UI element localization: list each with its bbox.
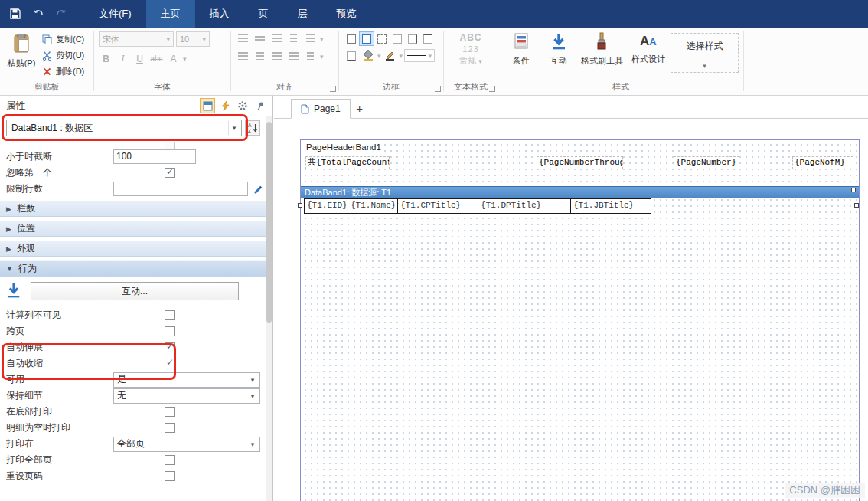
report-page[interactable]: PageHeaderBand1 共{TotalPageCountThro{Pag… <box>300 139 860 501</box>
menu-tab[interactable]: 主页 <box>146 0 195 28</box>
data-band-header[interactable]: DataBand1: 数据源: T1 <box>301 186 859 198</box>
property-select[interactable]: 全部页▾ <box>113 437 260 452</box>
border-outside-button[interactable] <box>359 31 374 46</box>
copy-button[interactable]: 复制(C) <box>41 32 84 46</box>
align-middle-button[interactable] <box>253 31 267 46</box>
property-checkbox[interactable] <box>165 455 175 465</box>
text-component[interactable]: {PageNumberThrough} <box>537 156 623 169</box>
style-designer-button[interactable]: AA 样式设计 <box>628 31 670 65</box>
scrollbar-thumb[interactable] <box>266 122 272 323</box>
data-cell[interactable]: {T1.CPTitle} <box>397 198 478 214</box>
selection-handle[interactable] <box>298 203 302 208</box>
text-component[interactable]: {PageNofM} <box>792 156 853 169</box>
dialog-launcher-icon[interactable] <box>330 86 336 92</box>
line-color-button[interactable] <box>383 48 398 63</box>
chevron-down-icon[interactable]: ▾ <box>400 52 403 60</box>
border-left-button[interactable] <box>390 31 405 46</box>
save-button[interactable] <box>5 3 26 25</box>
border-style-select[interactable]: ▾ <box>404 49 435 62</box>
chevron-down-icon[interactable]: ▾ <box>320 53 324 61</box>
selection-handle[interactable] <box>851 188 856 192</box>
property-section[interactable]: ▼行为 <box>0 260 272 277</box>
props-scrollbar[interactable] <box>266 116 272 501</box>
format-painter-button[interactable]: 格式刷工具 <box>578 31 625 67</box>
chevron-down-icon[interactable]: ▾ <box>377 52 381 60</box>
text-component[interactable]: 共{TotalPageCountThro <box>305 156 390 169</box>
dialog-launcher-icon[interactable] <box>435 86 441 92</box>
border-all-button[interactable] <box>344 31 359 46</box>
text-component[interactable]: {PageNumber} <box>674 156 739 169</box>
underline-button[interactable]: U <box>132 51 147 66</box>
pencil-icon[interactable] <box>253 184 263 194</box>
selection-handle[interactable] <box>854 203 859 208</box>
property-section[interactable]: ▶栏数 <box>0 201 272 217</box>
property-select[interactable]: 无▾ <box>113 388 260 404</box>
property-section[interactable]: ▶外观 <box>0 241 272 257</box>
pin-button[interactable] <box>253 98 268 113</box>
font-size-select[interactable]: 10▾ <box>176 31 210 47</box>
align-right-button[interactable] <box>269 49 284 64</box>
interaction-button[interactable]: 互动... <box>31 282 239 300</box>
menu-tab[interactable]: 页 <box>244 0 283 28</box>
sort-az-button[interactable]: AZ <box>245 120 260 136</box>
align-justify-button[interactable] <box>286 49 301 64</box>
property-input[interactable] <box>113 182 248 196</box>
italic-button[interactable]: I <box>116 51 130 66</box>
border-right-button[interactable] <box>405 31 420 46</box>
settings-button[interactable] <box>235 98 250 113</box>
strikethrough-button[interactable]: abc <box>149 51 164 66</box>
paste-button[interactable]: 粘贴(P) <box>5 31 38 69</box>
events-button[interactable] <box>217 98 233 113</box>
condition-button[interactable]: 条件 <box>503 31 539 67</box>
menu-tab[interactable]: 预览 <box>322 0 371 28</box>
chevron-down-icon[interactable]: ▾ <box>320 35 324 43</box>
border-none-button[interactable] <box>374 31 390 46</box>
text-format-button[interactable]: ABC 123 常规▾ <box>449 31 493 67</box>
font-color-button[interactable]: A <box>166 51 181 66</box>
fill-color-button[interactable] <box>361 48 376 63</box>
data-cell[interactable]: {T1.EID} <box>304 198 348 214</box>
data-cell[interactable]: {T1.Name} <box>348 198 398 214</box>
new-page-button[interactable]: + <box>351 98 369 118</box>
align-top-button[interactable] <box>236 31 250 46</box>
property-section[interactable]: ▶位置 <box>0 221 272 237</box>
property-checkbox[interactable] <box>165 342 175 352</box>
bold-button[interactable]: B <box>99 51 113 66</box>
property-checkbox[interactable] <box>165 471 175 481</box>
data-cell[interactable]: {T1.DPTitle} <box>478 198 571 214</box>
cut-button[interactable]: 剪切(U) <box>41 48 84 62</box>
redo-button[interactable] <box>51 3 72 25</box>
font-name-select[interactable]: 宋体▾ <box>99 31 174 47</box>
text-rotate-button[interactable] <box>286 31 301 46</box>
indent-button[interactable] <box>303 49 318 64</box>
categorized-view-button[interactable] <box>200 98 215 113</box>
property-checkbox[interactable] <box>165 359 175 368</box>
dialog-launcher-icon[interactable] <box>489 86 495 92</box>
align-bottom-button[interactable] <box>269 31 284 46</box>
border-top-button[interactable] <box>420 31 436 46</box>
select-style-control[interactable]: 选择样式 ▾ <box>671 33 739 73</box>
page-header-band-label[interactable]: PageHeaderBand1 <box>305 142 383 152</box>
property-checkbox[interactable] <box>165 326 175 336</box>
menu-tab[interactable]: 层 <box>283 0 322 28</box>
tab-page1[interactable]: Page1 <box>291 99 351 119</box>
component-selector[interactable]: DataBand1 : 数据区 ▾ <box>6 120 242 136</box>
property-checkbox[interactable] <box>165 407 175 417</box>
menu-tab[interactable]: 插入 <box>195 0 244 28</box>
delete-button[interactable]: 删除(D) <box>41 64 84 78</box>
data-cell[interactable]: {T1.JBTitle} <box>570 198 651 214</box>
wrap-button[interactable] <box>303 31 318 46</box>
property-checkbox[interactable] <box>165 168 175 178</box>
border-bottom-button[interactable] <box>344 48 359 63</box>
property-input[interactable]: 100 <box>113 149 196 164</box>
design-canvas[interactable]: PageHeaderBand1 共{TotalPageCountThro{Pag… <box>274 119 868 501</box>
undo-button[interactable] <box>28 3 49 25</box>
align-center-button[interactable] <box>253 49 267 64</box>
interaction-button[interactable]: 互动 <box>540 31 576 67</box>
chevron-down-icon[interactable]: ▾ <box>183 55 187 63</box>
menu-tab[interactable]: 文件(F) <box>84 0 146 28</box>
property-checkbox[interactable] <box>165 310 175 320</box>
property-checkbox[interactable] <box>165 423 175 433</box>
property-select[interactable]: 是▾ <box>113 372 260 388</box>
align-left-button[interactable] <box>236 49 250 64</box>
